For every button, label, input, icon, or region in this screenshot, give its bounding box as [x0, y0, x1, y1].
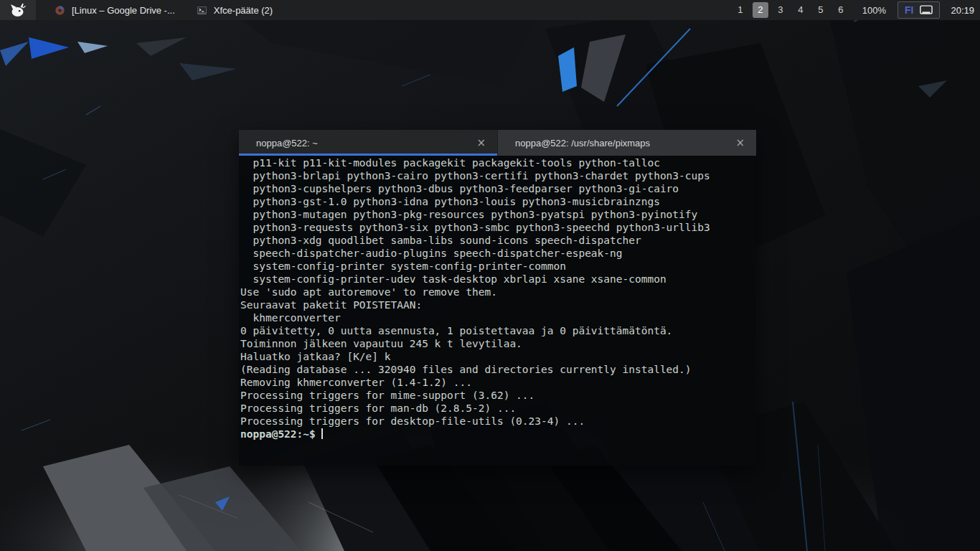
- terminal-line: p11-kit p11-kit-modules packagekit packa…: [240, 156, 755, 169]
- terminal-output[interactable]: p11-kit p11-kit-modules packagekit packa…: [239, 156, 756, 466]
- display-icon: [920, 5, 933, 15]
- terminal-line: system-config-printer-udev task-desktop …: [240, 273, 755, 286]
- tab-close-icon[interactable]: ×: [474, 136, 488, 150]
- workspace-6[interactable]: 6: [833, 2, 849, 18]
- tab-title: noppa@522: ~: [256, 138, 474, 149]
- terminal-line: Processing triggers for man-db (2.8.5-2)…: [240, 402, 755, 415]
- xfce-mouse-icon: [9, 2, 27, 18]
- terminal-line: Removing khmerconverter (1.4-1.2) ...: [240, 376, 755, 389]
- keyboard-layout-code: FI: [905, 4, 913, 16]
- terminal-window: noppa@522: ~ × noppa@522: /usr/share/pix…: [239, 130, 756, 466]
- terminal-tab-pixmaps[interactable]: noppa@522: /usr/share/pixmaps ×: [498, 130, 756, 156]
- workspace-pager: 1 2 3 4 5 6: [730, 2, 851, 18]
- terminal-line: python3-mutagen python3-pkg-resources py…: [240, 208, 755, 221]
- terminal-line: Toiminnon jälkeen vapautuu 245 k t levyt…: [240, 337, 755, 350]
- terminal-cursor: [321, 428, 323, 439]
- workspace-4[interactable]: 4: [793, 2, 809, 18]
- window-button-label: Xfce-pääte (2): [214, 5, 273, 16]
- workspace-3[interactable]: 3: [773, 2, 788, 18]
- terminal-line: python3-xdg quodlibet samba-libs sound-i…: [240, 234, 755, 247]
- terminal-line: python3-gst-1.0 python3-idna python3-lou…: [240, 195, 755, 208]
- terminal-line: speech-dispatcher-audio-plugins speech-d…: [240, 247, 755, 260]
- window-button-google-drive[interactable]: [Linux – Google Drive -...: [47, 0, 182, 20]
- volume-level[interactable]: 100%: [862, 5, 886, 16]
- terminal-line: python3-brlapi python3-cairo python3-cer…: [240, 169, 755, 182]
- terminal-line: system-config-printer system-config-prin…: [240, 260, 755, 273]
- workspace-5[interactable]: 5: [813, 2, 829, 18]
- terminal-line: 0 päivitetty, 0 uutta asennusta, 1 poist…: [240, 324, 755, 337]
- keyboard-layout-indicator[interactable]: FI: [897, 1, 940, 19]
- applications-menu-button[interactable]: [0, 0, 36, 20]
- window-buttons: [Linux – Google Drive -... Xfce-pääte (2…: [47, 0, 280, 20]
- terminal-line: Processing triggers for desktop-file-uti…: [240, 415, 755, 428]
- window-button-label: [Linux – Google Drive -...: [72, 5, 175, 16]
- terminal-line: Processing triggers for mime-support (3.…: [240, 389, 755, 402]
- clock[interactable]: 20:19: [951, 5, 974, 16]
- panel-right: 1 2 3 4 5 6 100% FI 20:19: [730, 1, 980, 19]
- workspace-1[interactable]: 1: [732, 2, 748, 18]
- terminal-window-icon: [197, 5, 207, 16]
- terminal-tabbar: noppa@522: ~ × noppa@522: /usr/share/pix…: [239, 130, 756, 156]
- window-button-terminal[interactable]: Xfce-pääte (2): [189, 0, 280, 20]
- shell-prompt: noppa@522:~$: [240, 428, 316, 440]
- tab-close-icon[interactable]: ×: [733, 136, 747, 150]
- terminal-prompt-line: noppa@522:~$: [240, 428, 755, 441]
- terminal-line: python3-cupshelpers python3-dbus python3…: [240, 182, 755, 195]
- workspace-2-active[interactable]: 2: [753, 2, 768, 18]
- terminal-tab-home[interactable]: noppa@522: ~ ×: [239, 130, 498, 156]
- terminal-line: Use 'sudo apt autoremove' to remove them…: [240, 286, 755, 298]
- browser-window-icon: [55, 5, 65, 16]
- terminal-line: python3-requests python3-six python3-smb…: [240, 221, 755, 234]
- top-panel: [Linux – Google Drive -... Xfce-pääte (2…: [0, 0, 980, 20]
- terminal-line: (Reading database ... 320940 files and d…: [240, 363, 755, 376]
- terminal-line: Haluatko jatkaa? [K/e] k: [240, 350, 755, 363]
- terminal-line: khmerconverter: [240, 311, 755, 324]
- tab-title: noppa@522: /usr/share/pixmaps: [515, 138, 733, 149]
- terminal-line: Seuraavat paketit POISTETAAN:: [240, 298, 755, 311]
